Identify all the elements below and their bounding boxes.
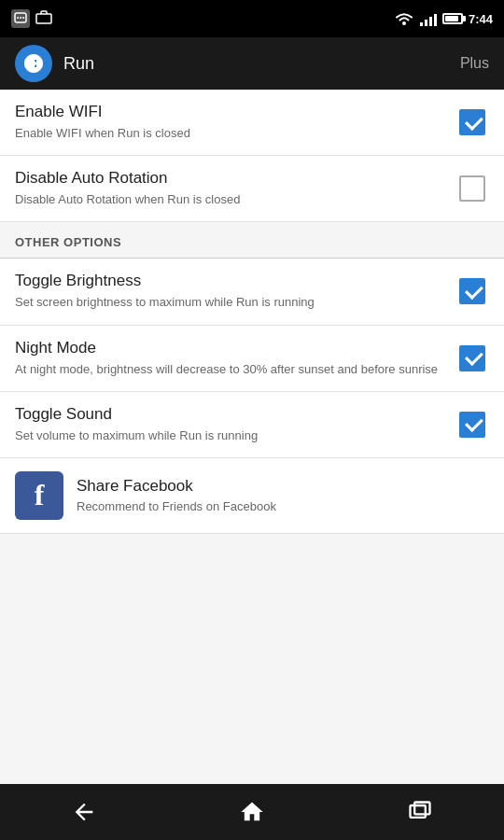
app-name: Run	[63, 54, 449, 74]
checkbox-brightness-input[interactable]	[459, 278, 485, 304]
content-area: Enable WIFI Enable WIFI when Run is clos…	[0, 90, 504, 784]
facebook-desc: Recommend to Friends on Facebook	[77, 499, 489, 513]
setting-night-mode[interactable]: Night Mode At night mode, brightness wil…	[0, 326, 504, 392]
svg-point-5	[402, 21, 406, 25]
setting-title-brightness: Toggle Brightness	[15, 272, 444, 290]
setting-title-night: Night Mode	[15, 339, 444, 357]
checkbox-rotation[interactable]	[455, 172, 489, 205]
checkbox-wifi-input[interactable]	[459, 109, 485, 135]
status-bar-left	[11, 9, 52, 28]
setting-desc-rotation: Disable Auto Rotation when Run is closed	[15, 191, 444, 208]
toolbar: Run Plus	[0, 37, 504, 90]
setting-brightness[interactable]: Toggle Brightness Set screen brightness …	[0, 259, 504, 325]
facebook-title: Share Facebook	[77, 477, 489, 496]
svg-rect-7	[414, 803, 429, 815]
svg-rect-6	[411, 805, 426, 818]
checkbox-sound[interactable]	[455, 408, 489, 441]
setting-enable-wifi[interactable]: Enable WIFI Enable WIFI when Run is clos…	[0, 90, 504, 156]
other-options-label: OTHER OPTIONS	[15, 235, 121, 249]
svg-rect-4	[36, 14, 51, 23]
setting-title-rotation: Disable Auto Rotation	[15, 169, 444, 188]
checkbox-sound-input[interactable]	[459, 412, 485, 438]
nav-bar	[0, 784, 504, 840]
home-button[interactable]	[224, 793, 280, 831]
svg-point-2	[20, 17, 21, 19]
wifi-status-icon	[394, 11, 414, 26]
checkbox-wifi[interactable]	[455, 105, 489, 139]
bbm-icon	[11, 9, 30, 28]
facebook-row[interactable]: f Share Facebook Recommend to Friends on…	[0, 458, 504, 534]
battery-icon	[442, 13, 463, 24]
suitcase-icon	[35, 9, 52, 28]
setting-desc-wifi: Enable WIFI when Run is closed	[15, 125, 444, 142]
svg-point-1	[17, 17, 19, 19]
checkbox-night[interactable]	[455, 342, 489, 375]
status-bar-right: 7:44	[394, 11, 493, 26]
section-title: Plus	[460, 55, 489, 72]
setting-auto-rotation[interactable]: Disable Auto Rotation Disable Auto Rotat…	[0, 156, 504, 222]
checkbox-brightness[interactable]	[455, 274, 489, 308]
facebook-icon: f	[15, 471, 63, 520]
setting-title-wifi: Enable WIFI	[15, 103, 444, 121]
other-options-header: OTHER OPTIONS	[0, 222, 504, 258]
setting-desc-brightness: Set screen brightness to maximum while R…	[15, 294, 444, 311]
svg-point-3	[22, 17, 24, 19]
checkbox-night-input[interactable]	[459, 345, 485, 371]
recents-button[interactable]	[392, 793, 448, 831]
status-bar: 7:44	[0, 0, 504, 37]
setting-title-sound: Toggle Sound	[15, 405, 444, 424]
time-display: 7:44	[469, 12, 493, 26]
back-button[interactable]	[56, 793, 112, 831]
checkbox-rotation-input[interactable]	[459, 175, 485, 202]
app-logo	[15, 45, 52, 82]
signal-icon	[420, 11, 437, 26]
setting-sound[interactable]: Toggle Sound Set volume to maximum while…	[0, 392, 504, 458]
setting-desc-night: At night mode, brightness will decrease …	[15, 361, 444, 378]
setting-desc-sound: Set volume to maximum while Run is runni…	[15, 427, 444, 444]
